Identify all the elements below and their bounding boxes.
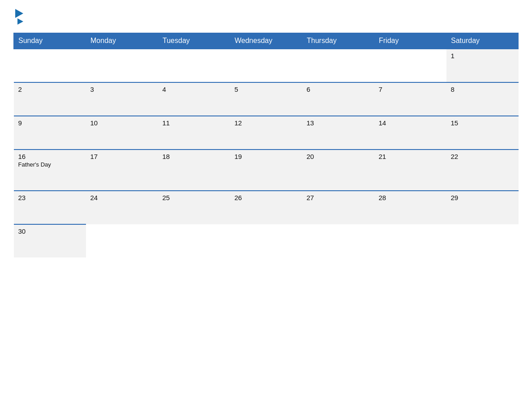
day-header-row: SundayMondayTuesdayWednesdayThursdayFrid… [14, 33, 519, 49]
day-of-week-header: Saturday [446, 33, 519, 49]
day-of-week-header: Friday [374, 33, 446, 49]
calendar-cell: 4 [158, 82, 230, 116]
calendar-week-row: 30 [14, 224, 519, 257]
day-number: 11 [163, 119, 226, 127]
day-number: 24 [90, 194, 154, 201]
day-number: 26 [235, 194, 298, 201]
arrow-small-icon [17, 18, 23, 25]
calendar-cell [446, 224, 519, 257]
calendar-cell: 12 [230, 116, 302, 150]
calendar-cell: 29 [446, 191, 519, 224]
day-of-week-header: Monday [86, 33, 158, 49]
calendar-cell: 8 [446, 82, 519, 116]
calendar-cell: 13 [302, 116, 374, 150]
day-number: 28 [379, 194, 442, 201]
calendar-cell: 1 [446, 49, 519, 82]
day-number: 9 [18, 119, 82, 127]
calendar-cell: 19 [230, 150, 302, 191]
calendar-cell: 22 [446, 150, 519, 191]
calendar-cell [14, 49, 86, 82]
day-number: 2 [18, 86, 82, 93]
logo-text [13, 9, 23, 25]
day-number: 25 [163, 194, 226, 201]
calendar-week-row: 23242526272829 [14, 191, 519, 224]
calendar-cell: 14 [374, 116, 446, 150]
calendar-week-row: 2345678 [14, 82, 519, 116]
day-number: 5 [235, 86, 298, 93]
calendar-cell: 3 [86, 82, 158, 116]
calendar-cell [158, 49, 230, 82]
day-number: 23 [18, 194, 82, 201]
day-number: 22 [451, 153, 514, 160]
calendar-cell [374, 49, 446, 82]
calendar-cell [302, 49, 374, 82]
calendar-cell: 17 [86, 150, 158, 191]
day-number: 8 [451, 86, 514, 93]
calendar-cell: 30 [14, 224, 86, 257]
calendar-cell: 23 [14, 191, 86, 224]
day-number: 7 [379, 86, 442, 93]
calendar-cell: 7 [374, 82, 446, 116]
calendar-cell: 21 [374, 150, 446, 191]
day-number: 10 [90, 119, 154, 127]
day-of-week-header: Thursday [302, 33, 374, 49]
day-number: 20 [307, 153, 370, 160]
day-number: 30 [18, 227, 82, 235]
calendar-week-row: 9101112131415 [14, 116, 519, 150]
calendar-cell: 26 [230, 191, 302, 224]
calendar-cell [374, 224, 446, 257]
day-number: 15 [451, 119, 514, 127]
day-number: 17 [90, 153, 154, 160]
day-number: 13 [307, 119, 370, 127]
calendar-cell: 25 [158, 191, 230, 224]
calendar-cell: 20 [302, 150, 374, 191]
page-header [13, 9, 519, 25]
calendar-cell: 28 [374, 191, 446, 224]
day-number: 12 [235, 119, 298, 127]
day-of-week-header: Tuesday [158, 33, 230, 49]
day-number: 18 [163, 153, 226, 160]
calendar-cell: 5 [230, 82, 302, 116]
day-of-week-header: Wednesday [230, 33, 302, 49]
day-number: 3 [90, 86, 154, 93]
day-number: 21 [379, 153, 442, 160]
calendar-cell [230, 224, 302, 257]
calendar-cell [86, 224, 158, 257]
logo-arrows-icon [15, 9, 23, 25]
day-number: 6 [307, 86, 370, 93]
calendar-cell [230, 49, 302, 82]
calendar-cell [158, 224, 230, 257]
calendar-cell: 2 [14, 82, 86, 116]
day-number: 29 [451, 194, 514, 201]
day-of-week-header: Sunday [14, 33, 86, 49]
calendar-cell: 11 [158, 116, 230, 150]
day-number: 16 [18, 153, 82, 160]
day-number: 19 [235, 153, 298, 160]
calendar-cell: 18 [158, 150, 230, 191]
calendar-cell: 16Father's Day [14, 150, 86, 191]
day-number: 14 [379, 119, 442, 127]
calendar-cell: 6 [302, 82, 374, 116]
event-label: Father's Day [18, 161, 82, 168]
calendar-cell: 10 [86, 116, 158, 150]
calendar-cell: 27 [302, 191, 374, 224]
calendar-cell: 9 [14, 116, 86, 150]
calendar-cell: 15 [446, 116, 519, 150]
calendar-week-row: 1 [14, 49, 519, 82]
calendar-cell: 24 [86, 191, 158, 224]
logo [13, 9, 23, 25]
calendar-week-row: 16Father's Day171819202122 [14, 150, 519, 191]
calendar-table: SundayMondayTuesdayWednesdayThursdayFrid… [13, 33, 519, 257]
calendar-cell [302, 224, 374, 257]
arrow-big-icon [15, 9, 23, 18]
day-number: 27 [307, 194, 370, 201]
day-number: 1 [451, 52, 514, 60]
calendar-cell [86, 49, 158, 82]
day-number: 4 [163, 86, 226, 93]
